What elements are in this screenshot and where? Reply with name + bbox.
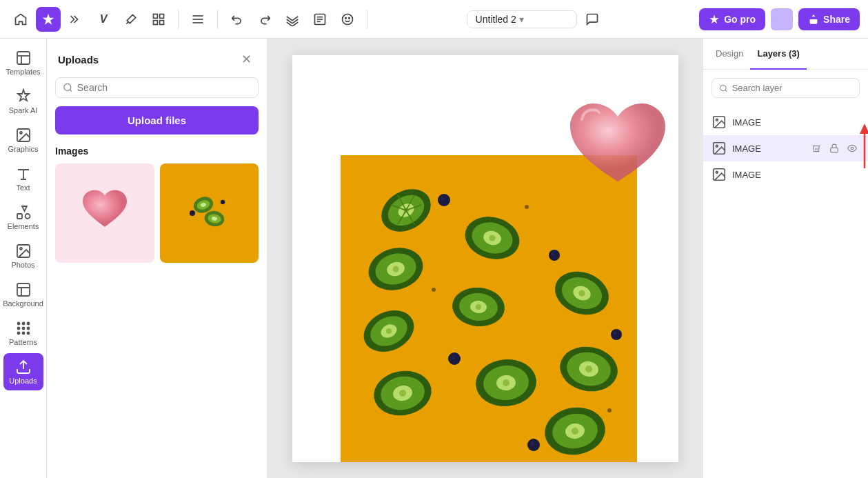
menu-button[interactable]	[185, 7, 210, 32]
layer-label-3: IMAGE	[732, 170, 854, 180]
title-text: Untitled 2	[476, 14, 516, 25]
svg-point-30	[27, 328, 29, 330]
sidebar-item-uploads[interactable]: Uploads	[3, 353, 43, 390]
sidebar-item-graphics[interactable]: Graphics	[3, 121, 43, 159]
redo-button[interactable]	[252, 7, 277, 32]
svg-point-13	[349, 17, 350, 19]
image-thumb-heart[interactable]	[55, 163, 154, 263]
undo-button[interactable]	[225, 7, 250, 32]
layer-label-2: IMAGE	[732, 143, 803, 154]
document-title[interactable]: Untitled 2 ▾	[467, 10, 577, 28]
layer-item-1[interactable]: IMAGE	[703, 109, 868, 135]
svg-point-110	[716, 145, 718, 147]
svg-point-33	[27, 332, 29, 335]
svg-point-103	[525, 205, 529, 209]
svg-point-26	[22, 323, 24, 325]
sidebar-item-patterns[interactable]: Patterns	[3, 315, 43, 352]
notes-button[interactable]	[307, 7, 332, 32]
svg-point-94	[549, 250, 560, 261]
layers-stack-button[interactable]	[280, 7, 305, 32]
sidebar-item-spark-ai-label: Spark AI	[9, 106, 38, 114]
divider-3	[367, 10, 367, 29]
svg-point-87	[585, 366, 592, 372]
svg-point-104	[607, 408, 612, 412]
svg-marker-21	[22, 206, 27, 211]
right-panel: Design Layers (3) IMAGE IMAGE	[703, 39, 868, 478]
sidebar-item-templates[interactable]: Templates	[3, 44, 43, 81]
ai-star-button[interactable]	[36, 7, 61, 32]
svg-rect-3	[160, 20, 164, 24]
layer-2-actions	[809, 141, 860, 156]
svg-point-67	[399, 390, 406, 397]
svg-point-32	[22, 332, 24, 335]
svg-point-112	[851, 147, 854, 150]
search-input[interactable]	[77, 82, 251, 93]
layer-lock-button[interactable]	[827, 141, 842, 156]
svg-point-27	[27, 323, 29, 325]
sidebar-item-elements[interactable]: Elements	[3, 199, 43, 236]
title-chevron-icon: ▾	[519, 14, 524, 25]
layer-image-icon-3	[711, 167, 727, 182]
layer-search-input[interactable]	[732, 83, 852, 93]
tab-design[interactable]: Design	[709, 39, 750, 70]
layer-delete-button[interactable]	[809, 141, 824, 156]
svg-point-25	[17, 323, 19, 325]
layer-item-2[interactable]: IMAGE	[703, 135, 868, 161]
image-thumb-kiwi[interactable]	[160, 163, 259, 263]
svg-point-83	[578, 290, 585, 296]
svg-point-43	[190, 210, 195, 216]
sidebar-item-spark-ai[interactable]: Spark AI	[3, 83, 43, 120]
images-section: Images	[47, 146, 267, 263]
svg-point-63	[386, 328, 392, 334]
panel-close-button[interactable]: ✕	[236, 50, 256, 69]
svg-point-29	[22, 328, 24, 330]
svg-point-23	[20, 248, 22, 250]
svg-point-79	[503, 379, 509, 386]
layer-search-bar	[711, 78, 860, 98]
svg-rect-24	[17, 283, 30, 296]
main-body: Templates Spark AI Graphics Text Element…	[0, 39, 868, 478]
canvas-board[interactable]	[292, 55, 678, 462]
layer-item-3[interactable]: IMAGE	[703, 161, 868, 188]
svg-point-93	[441, 197, 445, 201]
layer-image-icon-2	[711, 141, 727, 156]
text-tool-button[interactable]: V	[91, 7, 116, 32]
sidebar-item-patterns-label: Patterns	[9, 338, 37, 346]
layer-image-icon-1	[711, 114, 727, 130]
upload-panel: Uploads ✕ Upload files Images	[47, 39, 268, 478]
svg-point-20	[25, 214, 30, 219]
more-button[interactable]	[63, 7, 88, 32]
share-label: Share	[823, 14, 850, 25]
svg-point-34	[64, 83, 71, 90]
images-grid	[55, 163, 259, 263]
svg-point-91	[572, 428, 578, 435]
face-button[interactable]	[335, 7, 360, 32]
tab-layers[interactable]: Layers (3)	[750, 39, 806, 70]
icon-sidebar: Templates Spark AI Graphics Text Element…	[0, 39, 47, 478]
go-pro-button[interactable]: Go pro	[699, 8, 765, 30]
svg-point-101	[613, 331, 616, 335]
magic-tool-button[interactable]	[119, 7, 143, 32]
home-button[interactable]	[8, 7, 33, 32]
sidebar-item-photos[interactable]: Photos	[3, 237, 43, 275]
svg-point-11	[343, 14, 353, 24]
svg-point-97	[451, 355, 455, 359]
sidebar-item-text-label: Text	[16, 183, 30, 192]
svg-rect-2	[154, 20, 158, 24]
layer-label-1: IMAGE	[732, 117, 854, 128]
canvas-heart-svg	[565, 93, 672, 193]
title-area-wrapper: Untitled 2 ▾	[467, 7, 605, 32]
grid-tool-button[interactable]	[146, 7, 171, 32]
sidebar-item-background-label: Background	[3, 299, 43, 308]
share-button[interactable]: Share	[798, 8, 860, 30]
svg-point-59	[392, 266, 398, 272]
upload-files-button[interactable]: Upload files	[55, 106, 259, 135]
sidebar-item-graphics-label: Graphics	[8, 145, 38, 153]
sidebar-item-background[interactable]: Background	[3, 276, 43, 313]
layer-search-icon	[719, 83, 728, 93]
comments-button[interactable]	[580, 7, 605, 32]
sidebar-item-text[interactable]: Text	[3, 160, 43, 197]
svg-point-75	[476, 304, 481, 310]
svg-marker-116	[860, 123, 868, 134]
svg-point-28	[17, 328, 19, 330]
